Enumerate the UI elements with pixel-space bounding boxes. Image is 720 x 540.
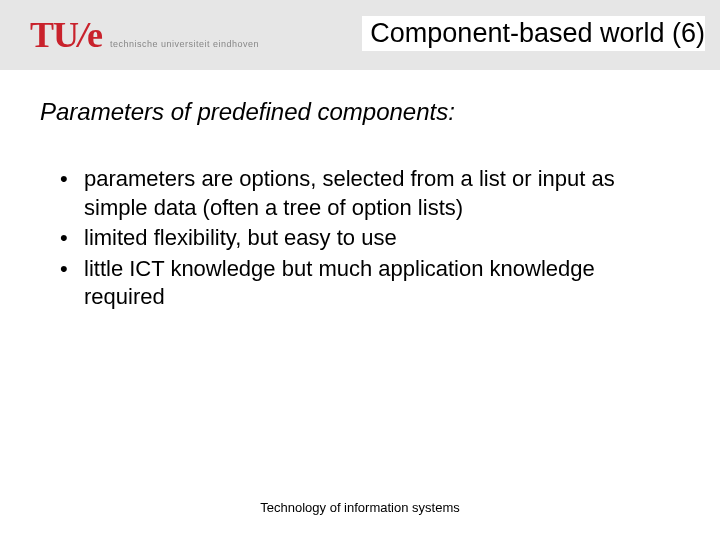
logo-suffix: e xyxy=(87,15,102,55)
slide: TU/e technische universiteit eindhoven C… xyxy=(0,0,720,540)
logo-prefix: TU xyxy=(30,15,78,55)
logo-text: technische universiteit eindhoven xyxy=(110,39,259,49)
logo-mark: TU/e xyxy=(30,14,102,56)
slide-subtitle: Parameters of predefined components: xyxy=(40,98,455,126)
footer-text: Technology of information systems xyxy=(0,500,720,515)
list-item: parameters are options, selected from a … xyxy=(60,165,680,222)
bullet-list: parameters are options, selected from a … xyxy=(60,165,680,314)
list-item: little ICT knowledge but much applicatio… xyxy=(60,255,680,312)
slide-title: Component-based world (6) xyxy=(362,16,705,51)
logo-slash: / xyxy=(78,15,87,55)
list-item: limited flexibility, but easy to use xyxy=(60,224,680,253)
logo: TU/e technische universiteit eindhoven xyxy=(30,14,259,56)
